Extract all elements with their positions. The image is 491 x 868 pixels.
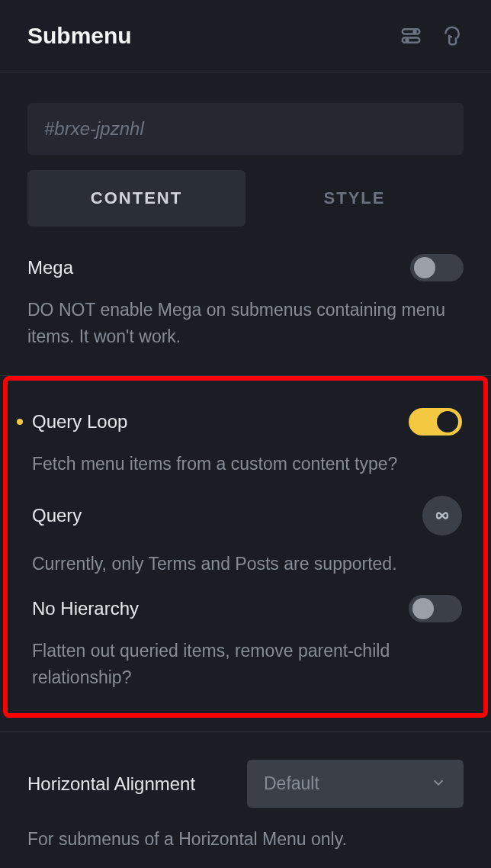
mega-row: Mega xyxy=(27,254,464,281)
horizontal-alignment-row: Horizontal Alignment Default xyxy=(27,760,464,808)
no-hierarchy-toggle[interactable] xyxy=(409,595,462,622)
query-description: Currently, only Terms and Posts are supp… xyxy=(32,551,462,577)
chevron-down-icon xyxy=(430,774,447,794)
horizontal-alignment-label: Horizontal Alignment xyxy=(27,773,195,795)
mega-toggle[interactable] xyxy=(410,254,464,281)
query-highlight-box: Query Loop Fetch menu items from a custo… xyxy=(3,376,488,718)
pointer-icon[interactable] xyxy=(441,24,464,47)
query-loop-toggle[interactable] xyxy=(409,408,462,436)
svg-rect-0 xyxy=(403,29,420,34)
toggle-group-icon[interactable] xyxy=(400,24,422,47)
panel-title: Submenu xyxy=(27,23,132,49)
horizontal-alignment-select[interactable]: Default xyxy=(247,760,464,808)
svg-point-3 xyxy=(406,39,409,41)
tab-content[interactable]: CONTENT xyxy=(27,170,246,227)
mega-section: Mega DO NOT enable Mega on submenus cont… xyxy=(0,227,491,375)
no-hierarchy-row: No Hierarchy xyxy=(32,595,462,622)
mega-description: DO NOT enable Mega on submenus containin… xyxy=(27,297,464,349)
query-loop-description: Fetch menu items from a custom content t… xyxy=(32,451,462,477)
element-id-box[interactable]: #brxe-jpznhl xyxy=(27,103,464,155)
tab-style[interactable]: STYLE xyxy=(246,170,464,227)
select-value: Default xyxy=(264,773,319,794)
horizontal-alignment-description: For submenus of a Horizontal Menu only. xyxy=(27,826,464,853)
infinity-icon xyxy=(432,505,453,526)
query-label: Query xyxy=(32,505,82,526)
tabs: CONTENT STYLE xyxy=(27,170,464,227)
query-settings-button[interactable] xyxy=(422,496,462,535)
toggle-knob xyxy=(414,257,435,278)
mega-label: Mega xyxy=(27,257,73,278)
settings-panel: Submenu #brxe-jp xyxy=(0,0,491,868)
no-hierarchy-description: Flatten out queried items, remove parent… xyxy=(32,638,462,690)
toggle-knob xyxy=(412,598,434,619)
header-icons xyxy=(400,24,464,47)
query-loop-row: Query Loop xyxy=(32,408,462,436)
toggle-knob xyxy=(437,411,458,432)
query-loop-label: Query Loop xyxy=(32,411,127,432)
svg-point-2 xyxy=(414,31,416,33)
alignment-section: Horizontal Alignment Default For submenu… xyxy=(0,732,491,868)
element-id-text: #brxe-jpznhl xyxy=(44,118,144,139)
svg-rect-1 xyxy=(403,38,420,43)
active-bullet-icon xyxy=(17,419,23,425)
panel-header: Submenu xyxy=(0,0,491,72)
content-area: #brxe-jpznhl CONTENT STYLE xyxy=(0,72,491,227)
query-row: Query xyxy=(32,496,462,535)
no-hierarchy-label: No Hierarchy xyxy=(32,598,139,619)
